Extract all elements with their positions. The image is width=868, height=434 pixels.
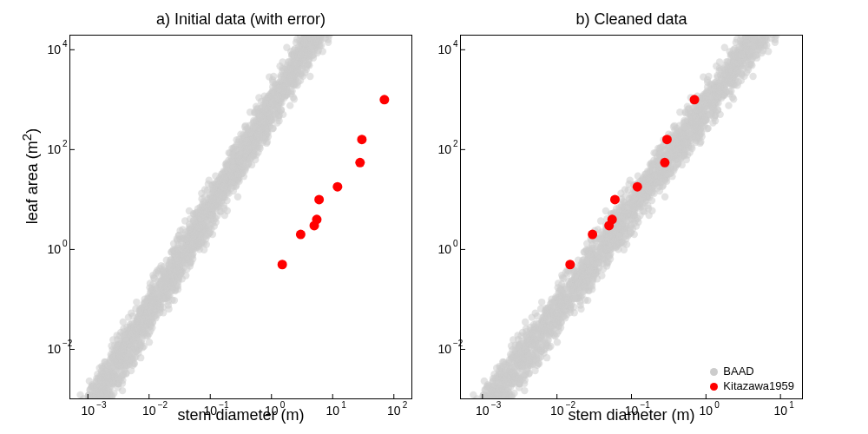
svg-point-212 bbox=[329, 0, 336, 5]
svg-point-2474 bbox=[105, 378, 112, 385]
svg-point-2501 bbox=[162, 279, 169, 286]
svg-point-5213 bbox=[527, 324, 534, 331]
svg-point-4044 bbox=[473, 425, 480, 432]
svg-text:10: 10 bbox=[47, 142, 61, 156]
svg-point-5189 bbox=[681, 123, 688, 130]
svg-point-2368 bbox=[320, 0, 327, 6]
svg-point-2428 bbox=[195, 224, 202, 231]
svg-text:10: 10 bbox=[47, 242, 61, 256]
svg-point-5206 bbox=[523, 334, 530, 341]
svg-point-2423 bbox=[325, 3, 332, 10]
svg-point-3958 bbox=[769, 3, 776, 10]
svg-point-5021 bbox=[776, 0, 783, 5]
svg-point-2732 bbox=[474, 424, 481, 431]
svg-point-3151 bbox=[776, 0, 783, 5]
svg-point-5203 bbox=[739, 51, 746, 58]
x-axis-label-b: stem diameter (m) bbox=[460, 406, 803, 424]
svg-text:−2: −2 bbox=[453, 339, 464, 348]
svg-point-5154 bbox=[608, 232, 615, 239]
svg-point-4759 bbox=[470, 431, 477, 434]
svg-point-3472 bbox=[459, 427, 466, 434]
svg-point-2477 bbox=[293, 36, 300, 43]
svg-point-4993 bbox=[625, 181, 632, 187]
svg-point-2553 bbox=[279, 83, 286, 90]
svg-text:−2: −2 bbox=[62, 339, 73, 348]
svg-point-1300 bbox=[77, 424, 84, 431]
svg-point-1611 bbox=[326, 0, 333, 5]
svg-point-4559 bbox=[777, 0, 784, 6]
svg-point-4440 bbox=[763, 2, 770, 9]
svg-point-4881 bbox=[648, 207, 655, 214]
svg-point-5019 bbox=[775, 0, 782, 3]
svg-point-2549 bbox=[174, 244, 181, 251]
svg-point-5230 bbox=[461, 427, 468, 434]
svg-point-5064 bbox=[772, 3, 779, 10]
svg-point-2522 bbox=[116, 349, 123, 356]
svg-point-2489 bbox=[269, 125, 276, 132]
panel-a-title: a) Initial data (with error) bbox=[69, 10, 412, 29]
panel-a: 10−310−210−110010110210−2100102104 bbox=[69, 35, 412, 399]
svg-point-2076 bbox=[186, 207, 193, 214]
svg-point-3017 bbox=[462, 431, 469, 434]
circle-icon bbox=[710, 368, 718, 376]
svg-point-2594 bbox=[219, 194, 226, 201]
svg-point-1199 bbox=[325, 3, 332, 10]
svg-point-5247 bbox=[633, 182, 642, 192]
svg-point-5236 bbox=[654, 185, 661, 192]
svg-point-3840 bbox=[772, 3, 779, 10]
svg-point-1403 bbox=[80, 425, 87, 432]
svg-point-552 bbox=[76, 429, 83, 434]
svg-point-2456 bbox=[302, 29, 309, 36]
svg-point-2948 bbox=[463, 431, 470, 434]
svg-point-1936 bbox=[326, 1, 332, 8]
svg-point-4808 bbox=[776, 0, 783, 4]
svg-point-2500 bbox=[175, 276, 182, 283]
svg-point-2565 bbox=[121, 334, 128, 341]
svg-point-4189 bbox=[510, 390, 517, 397]
svg-point-4250 bbox=[770, 0, 777, 7]
svg-point-5126 bbox=[630, 196, 637, 203]
svg-point-518 bbox=[78, 424, 85, 431]
svg-point-5163 bbox=[517, 349, 524, 356]
svg-point-1902 bbox=[80, 427, 87, 434]
svg-point-1452 bbox=[255, 94, 262, 101]
svg-point-2539 bbox=[194, 240, 201, 247]
svg-point-2444 bbox=[291, 59, 298, 66]
svg-point-5180 bbox=[612, 240, 619, 247]
svg-point-5092 bbox=[701, 116, 708, 123]
svg-point-157 bbox=[67, 425, 74, 432]
svg-point-727 bbox=[68, 424, 75, 431]
svg-point-5235 bbox=[642, 194, 649, 201]
svg-point-2044 bbox=[101, 358, 108, 365]
svg-point-2552 bbox=[115, 384, 122, 391]
svg-text:10: 10 bbox=[437, 342, 451, 356]
svg-point-2906 bbox=[472, 430, 479, 434]
svg-text:10: 10 bbox=[437, 43, 451, 56]
svg-point-2606 bbox=[332, 182, 342, 192]
svg-point-2167 bbox=[328, 0, 335, 4]
svg-point-5212 bbox=[707, 102, 713, 109]
svg-point-536 bbox=[69, 430, 76, 434]
svg-point-2517 bbox=[128, 367, 135, 374]
svg-point-2602 bbox=[296, 230, 306, 240]
svg-point-2285 bbox=[118, 367, 125, 374]
svg-point-3159 bbox=[471, 424, 478, 431]
svg-point-5205 bbox=[733, 82, 740, 89]
svg-point-4854 bbox=[465, 430, 472, 434]
svg-point-3941 bbox=[470, 424, 477, 431]
svg-point-784 bbox=[79, 431, 86, 434]
svg-point-4746 bbox=[598, 272, 605, 279]
svg-point-2406 bbox=[103, 391, 110, 398]
svg-point-2543 bbox=[255, 132, 262, 139]
svg-point-2590 bbox=[223, 161, 230, 168]
svg-point-2523 bbox=[237, 130, 244, 137]
svg-point-5217 bbox=[734, 67, 741, 74]
svg-point-2572 bbox=[123, 324, 130, 331]
svg-point-975 bbox=[133, 299, 140, 306]
svg-point-2370 bbox=[210, 185, 217, 192]
svg-point-510 bbox=[328, 0, 335, 5]
svg-point-4608 bbox=[469, 424, 476, 431]
svg-point-3605 bbox=[776, 1, 783, 8]
svg-point-5168 bbox=[620, 210, 627, 217]
svg-point-4577 bbox=[773, 1, 779, 8]
